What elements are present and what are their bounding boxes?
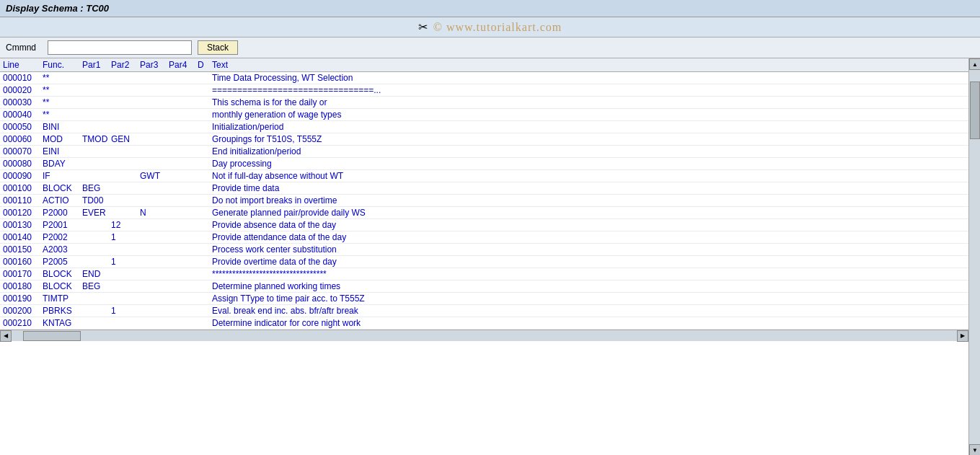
table-row[interactable]: 000040**monthly generation of wage types [0,109,968,121]
watermark: © www.tutorialkart.com [433,21,562,34]
stack-button[interactable]: Stack [198,40,238,55]
title-bar: Display Schema : TC00 [0,0,980,17]
table-row[interactable]: 000080BDAYDay processing [0,158,968,170]
scroll-left-arrow[interactable]: ◀ [0,330,12,342]
table-row[interactable]: 000060MODTMODGENGroupings for T510S, T55… [0,133,968,146]
scroll-thumb-vertical[interactable] [970,81,980,139]
table-row[interactable]: 000090IFGWTNot if full-day absence witho… [0,170,968,182]
table-row[interactable]: 000020**================================… [0,84,968,97]
table-row[interactable]: 000050BINIInitialization/period [0,121,968,133]
table-row[interactable]: 000070EINIEnd initialization/period [0,146,968,158]
table-row[interactable]: 000030**This schema is for the daily or [0,97,968,109]
scroll-thumb[interactable] [23,331,81,341]
table-row[interactable]: 000120P2000EVERNGenerate planned pair/pr… [0,207,968,219]
header-par3: Par3 [137,60,166,70]
bottom-scrollbar[interactable]: ◀ ▶ [0,330,968,341]
table-row[interactable]: 000130P200112Provide absence data of the… [0,219,968,231]
header-par4: Par4 [166,60,195,70]
table-row[interactable]: 000180BLOCKBEGDetermine planned working … [0,280,968,293]
command-input[interactable] [48,40,192,55]
command-bar: Cmmnd Stack [0,37,980,58]
table-row[interactable]: 000160P20051Provide overtime data of the… [0,256,968,268]
scrollbar-track [969,70,980,444]
title-text: Display Schema : TC00 [6,3,109,14]
scroll-down-arrow[interactable]: ▼ [969,444,980,455]
table-row[interactable]: 000210KNTAGDetermine indicator for core … [0,317,968,330]
header-text: Text [209,60,968,70]
table-row[interactable]: 000150A2003Process work center substitut… [0,244,968,256]
table-row[interactable]: 000200PBRKS1Eval. break end inc. abs. bf… [0,305,968,317]
toolbar: ✂ © www.tutorialkart.com [0,17,980,37]
right-scrollbar[interactable]: ▲ ▼ [968,58,980,455]
command-label: Cmmnd [6,43,42,53]
table-header: Line Func. Par1 Par2 Par3 Par4 D Text [0,58,968,72]
table-area: Line Func. Par1 Par2 Par3 Par4 D Text 00… [0,58,968,455]
header-func: Func. [40,60,79,70]
main-content: Line Func. Par1 Par2 Par3 Par4 D Text 00… [0,58,980,455]
header-par1: Par1 [79,60,108,70]
table-row[interactable]: 000140P20021Provide attendance data of t… [0,231,968,244]
tool-icon: ✂ [418,20,428,34]
header-line: Line [0,60,40,70]
table-row[interactable]: 000110ACTIOTD00Do not import breaks in o… [0,195,968,207]
table-row[interactable]: 000010**Time Data Processing, WT Selecti… [0,72,968,84]
scroll-right-arrow[interactable]: ▶ [957,330,968,342]
header-d: D [195,60,209,70]
scroll-up-arrow[interactable]: ▲ [969,58,980,70]
table-row[interactable]: 000190TIMTPAssign TType to time pair acc… [0,293,968,305]
header-par2: Par2 [108,60,137,70]
rows-container: 000010**Time Data Processing, WT Selecti… [0,72,968,330]
table-row[interactable]: 000100BLOCKBEGProvide time data [0,182,968,195]
table-row[interactable]: 000170BLOCKEND**************************… [0,268,968,280]
